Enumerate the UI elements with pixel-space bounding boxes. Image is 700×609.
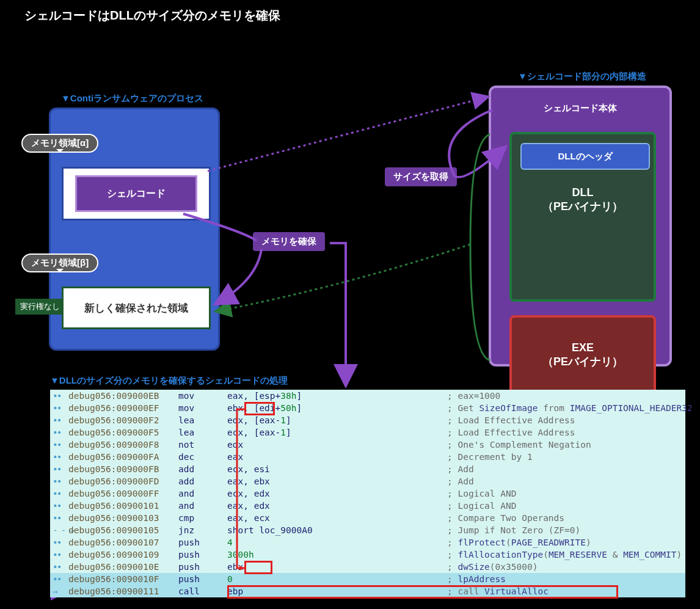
disasm-row: ••debug056:00900103cmpeax, ecx; Compare …: [50, 512, 685, 524]
dll-box: DLLのヘッダ DLL（PEバイナリ）: [509, 132, 656, 302]
disasm-row: ••debug056:009000FFandecx, edx; Logical …: [50, 487, 685, 500]
shellcode-inner: シェルコード: [75, 175, 197, 212]
disasm-row: ••debug056:0090010Fpush0; lpAddress: [50, 573, 685, 585]
disasm-row: ••debug056:00900109push3000h; flAllocati…: [50, 549, 685, 561]
label-shellstruct: ▼シェルコード部分の内部構造: [518, 71, 646, 82]
new-region-slot: 新しく確保された領域: [62, 286, 211, 329]
shell-title: シェルコード本体: [491, 103, 669, 114]
dll-header: DLLのヘッダ: [520, 143, 650, 170]
disasm-row: ••debug056:009000EBmoveax, [esp+38h]; ea…: [50, 390, 685, 402]
disasm-row: →debug056:00900111callebp; call VirtualA…: [50, 585, 685, 597]
disassembly-listing: ••debug056:009000EBmoveax, [esp+38h]; ea…: [50, 390, 685, 597]
shellcode-structure-box: シェルコード本体 DLLのヘッダ DLL（PEバイナリ） EXE（PEバイナリ）: [489, 86, 672, 366]
disasm-row: ••debug056:009000FAdeceax; Decrement by …: [50, 451, 685, 463]
disasm-row: ••debug056:00900101andeax, edx; Logical …: [50, 500, 685, 512]
disasm-row: ••debug056:00900107push4; flProtect(PAGE…: [50, 536, 685, 549]
page-title: シェルコードはDLLのサイズ分のメモリを確保: [24, 7, 280, 24]
disasm-row: ••debug056:009000F5leaecx, [eax-1]; Load…: [50, 426, 685, 439]
conti-process-box: メモリ領域[α] シェルコード メモリ領域[β] 実行権なし 新しく確保された領…: [49, 108, 220, 351]
disasm-row: ••debug056:0090010Epushebx; dwSize(0x350…: [50, 561, 685, 573]
exe-box: EXE（PEバイナリ）: [509, 315, 656, 395]
tag-noexec: 実行権なし: [15, 299, 65, 315]
tag-alpha: メモリ領域[α]: [21, 134, 98, 153]
label-disasm: ▼DLLのサイズ分のメモリを確保するシェルコードの処理: [50, 375, 288, 387]
shellcode-slot: シェルコード: [62, 167, 211, 221]
callout-alloc: メモリを確保: [253, 232, 325, 251]
disasm-row: ••debug056:009000EFmovebx, [edi+50h]; Ge…: [50, 402, 685, 414]
label-conti: ▼Contiランサムウェアのプロセス: [61, 93, 203, 104]
disasm-row: ••debug056:009000F2leaedx, [eax-1]; Load…: [50, 414, 685, 426]
disasm-row: ••debug056:009000FDaddeax, ebx; Add: [50, 475, 685, 487]
callout-getsize: サイズを取得: [385, 167, 457, 186]
tag-beta: メモリ領域[β]: [21, 253, 98, 272]
dll-label: DLL（PEバイナリ）: [512, 186, 654, 214]
disasm-row: ••debug056:009000FBaddecx, esi; Add: [50, 463, 685, 475]
disasm-row: - - →debug056:00900105jnzshort loc_9000A…: [50, 524, 685, 536]
disasm-row: ••debug056:009000F8notedx; One's Complem…: [50, 439, 685, 451]
